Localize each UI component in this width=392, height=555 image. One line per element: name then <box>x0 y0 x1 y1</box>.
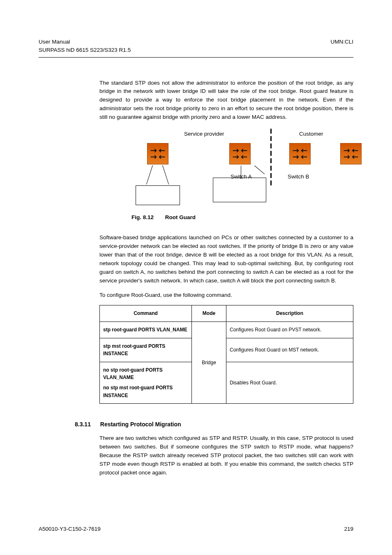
cmd-text: no stp root-guard PORTS VLAN_NAME <box>103 367 163 381</box>
diagram-line <box>162 165 169 185</box>
desc-cell: Disables Root Guard. <box>226 362 353 403</box>
section-title: Restarting Protocol Migration <box>100 421 181 428</box>
footer-page-number: 219 <box>344 526 353 532</box>
intro-paragraph: The standard STP does not allow the admi… <box>99 79 353 122</box>
diagram-box <box>213 178 266 202</box>
section-paragraph: There are two switches which configured … <box>99 434 353 477</box>
explanation-paragraph: Software-based bridge applications launc… <box>99 234 353 285</box>
th-description: Description <box>226 305 353 322</box>
switch-icon <box>340 143 362 164</box>
desc-cell: Configures Root Guard on MST network. <box>226 338 353 362</box>
section-number: 8.3.11 <box>75 420 99 429</box>
figure-caption: Fig. 8.12 Root Guard <box>131 213 353 222</box>
footer-doc-id: A50010-Y3-C150-2-7619 <box>39 526 101 532</box>
diagram-line <box>146 165 153 185</box>
customer-label: Customer <box>299 130 323 139</box>
th-command: Command <box>100 305 192 322</box>
cmd-text: no stp mst root-guard PORTS INSTANCE <box>103 385 173 398</box>
switch-b-label: Switch B <box>288 173 309 181</box>
table-row: no stp root-guard PORTS VLAN_NAME no stp… <box>100 362 353 403</box>
page-footer: A50010-Y3-C150-2-7619 219 <box>39 526 353 532</box>
header-manual-title: User Manual <box>39 38 131 46</box>
header-product-line: SURPASS hiD 6615 S223/S323 R1.5 <box>39 46 131 54</box>
switch-icon <box>229 143 251 164</box>
switch-icon <box>289 143 311 164</box>
mode-cell: Bridge <box>192 322 226 404</box>
desc-cell: Configures Root Guard on PVST network. <box>226 322 353 338</box>
header-doc-code: UMN:CLI <box>330 38 353 46</box>
table-row: stp mst root-guard PORTS INSTANCE Config… <box>100 338 353 362</box>
cmd-text: stp mst root-guard PORTS INSTANCE <box>103 343 165 357</box>
switch-a-label: Switch A <box>231 173 252 181</box>
th-mode: Mode <box>192 305 226 322</box>
command-table: Command Mode Description stp root-guard … <box>99 305 353 404</box>
section-heading: 8.3.11 Restarting Protocol Migration <box>75 420 353 429</box>
root-guard-diagram: Service provider Customer <box>139 130 353 210</box>
table-row: stp root-guard PORTS VLAN_NAME Bridge Co… <box>100 322 353 338</box>
diagram-box <box>136 185 180 205</box>
switch-icon <box>147 143 168 164</box>
figure-title: Root Guard <box>165 214 196 220</box>
instruction-paragraph: To configure Root-Guard, use the followi… <box>99 291 353 300</box>
page-header: User Manual SURPASS hiD 6615 S223/S323 R… <box>39 38 353 58</box>
figure-number: Fig. 8.12 <box>131 214 154 220</box>
cmd-text: stp root-guard PORTS VLAN_NAME <box>103 327 187 333</box>
diagram-line <box>254 166 265 174</box>
service-provider-label: Service provider <box>184 130 224 139</box>
